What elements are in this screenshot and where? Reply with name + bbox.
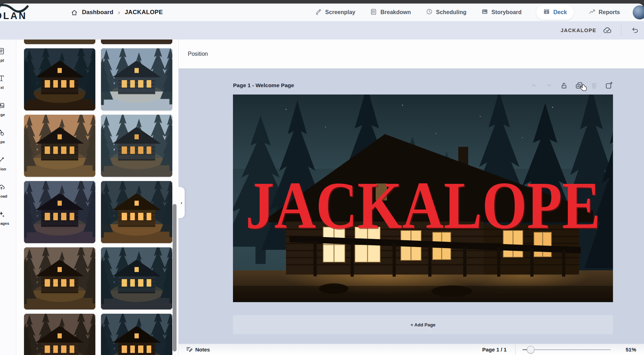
shape-icon — [0, 129, 5, 138]
ai-images-icon — [0, 210, 5, 219]
cabin-thumbnail-partial[interactable] — [24, 40, 95, 44]
top-tabs: Screenplay Breakdown Sch — [315, 5, 620, 20]
chevron-left-icon: ‹ — [181, 200, 182, 205]
image-icon — [0, 102, 5, 111]
tab-screenplay[interactable]: Screenplay — [315, 8, 355, 17]
position-icon — [0, 156, 5, 165]
app-logo[interactable]: OLAN — [0, 4, 49, 20]
logo-text: OLAN — [0, 11, 27, 20]
cabin-thumbnail[interactable] — [101, 247, 172, 309]
duplicate-page-button[interactable] — [575, 82, 583, 89]
undo-icon[interactable] — [631, 26, 639, 35]
lock-page-button[interactable] — [560, 82, 568, 89]
trash-icon — [590, 82, 598, 89]
cabin-thumbnail[interactable] — [101, 314, 172, 355]
script-icon — [0, 47, 5, 56]
cabin-thumbnail[interactable] — [24, 314, 95, 355]
breadcrumb-separator: › — [118, 8, 120, 16]
thumbnail-grid — [24, 40, 178, 355]
project-name-label: JACKALOPE — [561, 28, 596, 33]
notes-icon — [186, 346, 192, 354]
tab-breakdown[interactable]: Breakdown — [370, 8, 411, 17]
sidebar-item-label: ge — [0, 113, 5, 117]
tab-label: Storyboard — [491, 9, 521, 16]
breadcrumb: Dashboard › JACKALOPE — [71, 8, 163, 16]
page-canvas[interactable]: JACKALOPE JACKALOPE — [233, 95, 613, 302]
tab-storyboard[interactable]: Storyboard — [481, 8, 521, 17]
zoom-slider-track[interactable] — [523, 349, 611, 350]
duplicate-icon — [575, 82, 583, 89]
deck-slate-icon — [543, 8, 550, 17]
move-page-down-button[interactable] — [545, 82, 553, 89]
zoom-slider-knob[interactable] — [527, 346, 535, 354]
zoom-slider[interactable] — [523, 346, 611, 354]
sidebar-item-label: oad — [0, 194, 7, 198]
panel-collapse-button[interactable]: ‹ — [178, 187, 185, 218]
sidebar-item-label: xt — [0, 85, 4, 90]
page-indicator: Page 1 / 1 — [482, 347, 507, 353]
sidebar-item-label: ages — [0, 221, 9, 225]
cloud-sync-icon[interactable] — [603, 26, 612, 35]
cabin-thumbnail[interactable] — [101, 181, 172, 243]
cabin-thumbnail[interactable] — [101, 48, 172, 110]
sidebar-item-label: pt — [0, 58, 4, 62]
sidebar-item-ai-images[interactable]: ages — [0, 210, 16, 225]
cabin-thumbnail[interactable] — [24, 48, 95, 110]
cabin-thumbnail[interactable] — [101, 115, 172, 177]
add-page-icon-button[interactable] — [605, 82, 613, 89]
text-icon — [0, 74, 5, 84]
move-page-up-button[interactable] — [530, 82, 538, 89]
tab-label: Deck — [553, 9, 567, 16]
add-page-button[interactable]: + Add Page — [233, 315, 613, 334]
tab-scheduling[interactable]: Scheduling — [426, 8, 466, 17]
home-icon[interactable] — [71, 9, 78, 16]
tool-sidebar: pt xt ge pe ion oad — [0, 40, 16, 355]
title-overlay: JACKALOPE JACKALOPE — [233, 95, 613, 302]
tab-reports[interactable]: Reports — [589, 8, 620, 17]
delete-page-button[interactable] — [590, 82, 598, 89]
clock-icon — [426, 8, 433, 17]
cabin-thumbnail[interactable] — [24, 247, 95, 309]
upload-icon — [0, 183, 5, 192]
title-overlay-text: JACKALOPE — [246, 168, 601, 242]
breadcrumb-project: JACKALOPE — [125, 9, 163, 16]
tab-label: Scheduling — [436, 9, 466, 16]
breadcrumb-dashboard[interactable]: Dashboard — [82, 9, 113, 16]
notes-button[interactable]: Notes — [186, 346, 210, 354]
cabin-thumbnail-partial[interactable] — [101, 40, 172, 44]
library-scrollbar[interactable] — [173, 204, 177, 351]
sidebar-item-position[interactable]: ion — [0, 156, 16, 171]
sidebar-item-upload[interactable]: oad — [0, 183, 16, 198]
page-toolbar — [530, 82, 613, 89]
sidebar-item-script[interactable]: pt — [0, 47, 16, 62]
notes-label: Notes — [195, 347, 210, 353]
chevron-up-icon — [530, 82, 538, 89]
page-header-row: Page 1 - Welcome Page — [233, 80, 613, 90]
user-avatar[interactable] — [633, 5, 644, 19]
sidebar-item-label: ion — [0, 167, 6, 171]
zoom-level: 51% — [626, 347, 636, 353]
workspace: pt xt ge pe ion oad — [0, 40, 644, 355]
cabin-thumbnail[interactable] — [24, 181, 95, 243]
sidebar-item-shape[interactable]: pe — [0, 129, 16, 144]
sidebar-item-label: pe — [0, 140, 5, 144]
top-navigation-bar: OLAN Dashboard › JACKALOPE Screenplay — [0, 4, 644, 21]
lock-icon — [560, 82, 568, 89]
tab-deck[interactable]: Deck — [536, 5, 573, 20]
tab-label: Screenplay — [325, 9, 355, 16]
image-library-panel: ‹ — [16, 40, 179, 355]
chevron-down-icon — [545, 82, 553, 89]
deck-editor-area: Page 1 - Welcome Page — [179, 68, 644, 344]
position-panel-title: Position — [188, 51, 208, 57]
status-bar-right: Page 1 / 1 51% — [482, 344, 636, 355]
toolbar-divider — [621, 25, 621, 36]
cabin-thumbnail[interactable] — [24, 115, 95, 177]
pencil-icon — [315, 8, 322, 17]
library-scroll-area — [16, 40, 178, 355]
position-panel-header: Position — [179, 40, 644, 68]
app-window: OLAN Dashboard › JACKALOPE Screenplay — [0, 0, 644, 355]
sidebar-item-image[interactable]: ge — [0, 102, 16, 117]
sidebar-item-text[interactable]: xt — [0, 74, 16, 90]
tab-label: Reports — [599, 9, 620, 16]
tab-label: Breakdown — [380, 9, 411, 16]
